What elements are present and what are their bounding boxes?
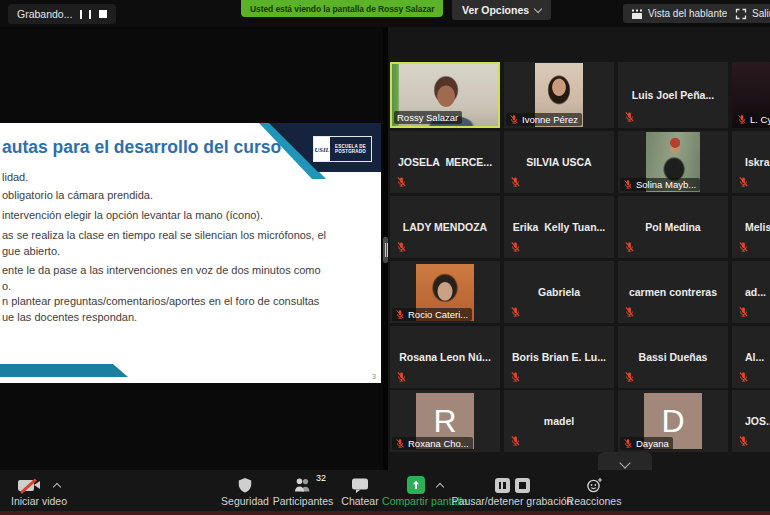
participant-tile[interactable]: JOSELA MERCE... (390, 131, 500, 193)
chat-button[interactable]: Chatear (330, 470, 390, 511)
speaker-view-button[interactable]: Vista del hablante (623, 4, 735, 23)
view-options-label: Ver Opciones (462, 4, 529, 16)
participant-name: Ivonne Pérez (522, 114, 578, 125)
participant-tile[interactable]: madel (504, 390, 614, 452)
participant-name-bar: Rossy Salazar (394, 111, 462, 124)
screen-share-banner-text: Usted está viendo la pantalla de Rossy S… (250, 4, 434, 14)
presentation-slide: autas para el desarrollo del curso USIL … (0, 123, 381, 383)
slide-body: lidad.obligatorio la cámara prendida.int… (0, 123, 381, 383)
chat-icon (351, 477, 369, 493)
share-screen-icon (407, 476, 425, 494)
mic-muted-icon (738, 241, 749, 253)
slide-text-line: o. (2, 280, 11, 292)
mic-muted-icon (623, 438, 633, 449)
screen-share-banner: Usted está viendo la pantalla de Rossy S… (241, 0, 443, 17)
participant-tile[interactable]: Iskra I... (732, 131, 770, 193)
participant-tile[interactable]: Rosana Leon Nú... (390, 326, 500, 388)
participant-tile[interactable]: JOS... (732, 390, 770, 452)
grid-view-icon (631, 8, 643, 20)
participant-name-bar: Roxana Cho... (392, 437, 473, 450)
stop-recording-icon[interactable] (99, 10, 107, 18)
exit-fullscreen-button[interactable]: Salir de p... (727, 4, 770, 23)
participant-tile[interactable]: D Dayana (618, 390, 728, 452)
stop-recording-icon[interactable] (515, 478, 530, 493)
participant-tile[interactable]: L. Cynt... (732, 62, 770, 128)
participant-tile[interactable]: carmen contreras (618, 261, 728, 323)
shared-screen-pane: autas para el desarrollo del curso USIL … (0, 27, 383, 470)
chevron-up-icon[interactable] (436, 482, 444, 490)
slide-page-number: 3 (372, 373, 376, 380)
security-label: Seguridad (221, 495, 269, 507)
mic-muted-icon (737, 114, 747, 125)
reactions-button[interactable]: Reacciones (564, 470, 624, 511)
participant-tile[interactable]: Erika Kelly Tuan... (504, 196, 614, 258)
participant-name-bar: Solina Mayb... (620, 178, 700, 191)
slide-text-line: intervención elegir la opción levantar l… (2, 209, 263, 221)
mic-muted-icon (395, 309, 405, 320)
chat-label: Chatear (341, 495, 378, 507)
slide-text-line: as se realiza la clase en tiempo real se… (2, 229, 326, 241)
participant-count-badge: 32 (316, 473, 326, 483)
slide-text-line: ue las docentes respondan. (2, 311, 137, 323)
participant-name: L. Cynt... (750, 114, 770, 125)
participant-tile[interactable]: Gabriela (504, 261, 614, 323)
mic-muted-icon (624, 241, 635, 253)
participant-tile[interactable]: Pol Medina (618, 196, 728, 258)
participant-tile[interactable]: Boris Brian E. Lu... (504, 326, 614, 388)
participants-label: Participantes (273, 495, 334, 507)
speaker-view-label: Vista del hablante (648, 8, 727, 19)
participant-grid: Rossy Salazar Ivonne Pérez Luis Joel Peñ… (388, 27, 770, 470)
slide-footer-bar (0, 364, 128, 377)
pause-stop-recording-label: Pausar/detener grabación (452, 495, 573, 507)
slide-text-line: n plantear preguntas/comentarios/aportes… (2, 295, 319, 307)
mic-muted-icon (624, 371, 635, 383)
reactions-smiley-icon (586, 477, 603, 493)
camera-off-icon (18, 478, 42, 493)
mic-muted-icon (396, 176, 407, 188)
exit-fullscreen-label: Salir de p... (752, 8, 770, 19)
mic-muted-icon (510, 176, 521, 188)
participant-name: Solina Mayb... (636, 179, 696, 190)
mic-muted-icon (509, 114, 519, 125)
participant-name-bar: Ivonne Pérez (506, 113, 582, 126)
mic-muted-icon (395, 438, 405, 449)
mic-muted-icon (738, 371, 749, 383)
meeting-toolbar: Iniciar video Seguridad 32 (0, 470, 770, 511)
pause-recording-icon[interactable] (80, 10, 91, 19)
main-area: autas para el desarrollo del curso USIL … (0, 27, 770, 470)
recording-label: Grabando... (17, 8, 72, 20)
participant-tile[interactable]: Solina Mayb... (618, 131, 728, 193)
participant-tile[interactable]: Rocio Cateri... (390, 261, 500, 323)
mic-muted-icon (510, 241, 521, 253)
reactions-label: Reacciones (567, 495, 622, 507)
shield-icon (237, 477, 253, 493)
slide-text-line: obligatorio la cámara prendida. (2, 189, 153, 201)
mic-muted-icon (396, 241, 407, 253)
chevron-up-icon[interactable] (53, 482, 61, 490)
participant-name: Roxana Cho... (408, 438, 469, 449)
participant-name: Dayana (636, 438, 669, 449)
participant-tile[interactable]: Meliss... (732, 196, 770, 258)
mic-muted-icon (510, 435, 521, 447)
participant-tile[interactable]: Bassi Dueñas (618, 326, 728, 388)
pause-stop-recording-button[interactable]: Pausar/detener grabación (460, 470, 564, 511)
recording-indicator: Grabando... (8, 4, 116, 24)
chevron-down-icon (534, 4, 542, 12)
slide-text-line: lidad. (2, 171, 28, 183)
mic-muted-icon (510, 306, 521, 318)
view-options-button[interactable]: Ver Opciones (452, 0, 551, 20)
participant-name-bar: Rocio Cateri... (392, 308, 472, 321)
pause-recording-icon[interactable] (495, 478, 510, 493)
start-video-button[interactable]: Iniciar video (0, 470, 78, 511)
participant-tile[interactable]: R Roxana Cho... (390, 390, 500, 452)
participant-tile[interactable]: Rossy Salazar (390, 62, 500, 128)
participant-tile[interactable]: Luis Joel Peña... (618, 62, 728, 128)
mic-muted-icon (738, 306, 749, 318)
participant-tile[interactable]: LADY MENDOZA (390, 196, 500, 258)
participant-tile[interactable]: SILVIA USCA (504, 131, 614, 193)
bottom-edge-strip (0, 511, 770, 515)
participant-tile[interactable]: ad... (732, 261, 770, 323)
participant-tile[interactable]: Al... (732, 326, 770, 388)
participant-tile[interactable]: Ivonne Pérez (504, 62, 614, 128)
next-page-button[interactable] (598, 452, 652, 470)
